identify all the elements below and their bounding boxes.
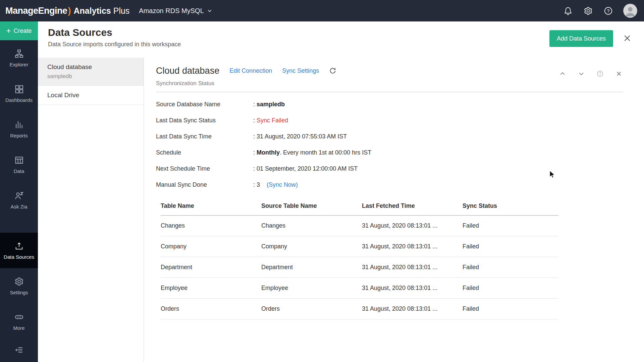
detail-panel: Cloud database Edit Connection Sync Sett… xyxy=(144,58,644,362)
detail-header: Cloud database Edit Connection Sync Sett… xyxy=(156,66,623,76)
sync-now-link[interactable]: (Sync Now) xyxy=(267,181,298,188)
sidebar-item-dashboards[interactable]: Dashboards xyxy=(0,76,38,111)
field-value-part: Monthly xyxy=(257,149,280,156)
table-cell: Department xyxy=(261,264,362,271)
gear-icon xyxy=(584,6,593,15)
table-body: ChangesChanges31 August, 2020 08:13:01 .… xyxy=(161,216,558,319)
field-value: : Sync Failed xyxy=(253,117,288,124)
table-cell: 31 August, 2020 08:13:01 ... xyxy=(362,264,463,271)
table-cell: 31 August, 2020 08:13:01 ... xyxy=(362,222,463,229)
table-cell: 31 August, 2020 08:13:01 ... xyxy=(362,243,463,250)
user-avatar[interactable] xyxy=(623,4,637,18)
table-row: OrdersOrders31 August, 2020 08:13:01 ...… xyxy=(161,299,558,319)
previous-source-button[interactable] xyxy=(558,70,567,78)
table-cell: Company xyxy=(261,243,362,250)
explorer-icon xyxy=(14,49,24,58)
logo-plus: Plus xyxy=(113,6,130,16)
chevron-up-icon xyxy=(559,70,566,77)
topbar: ManageEngine) Analytics Plus Amazon RDS … xyxy=(0,0,644,21)
table-cell: Failed xyxy=(463,264,558,271)
settings-button[interactable] xyxy=(583,6,593,16)
edit-connection-link[interactable]: Edit Connection xyxy=(229,67,272,74)
sidebar-item-settings[interactable]: Settings xyxy=(0,268,38,304)
svg-text:?: ? xyxy=(599,72,601,76)
source-item-title: Cloud database xyxy=(47,63,134,71)
table-cell: Failed xyxy=(463,285,558,292)
field-value: : 01 September, 2020 12:00:00 AM IST xyxy=(253,165,358,172)
detail-help-button[interactable]: ? xyxy=(596,70,604,78)
topbar-icons: ? xyxy=(563,0,637,21)
sidebar-item-data[interactable]: Data xyxy=(0,147,38,182)
collapse-sidebar-button[interactable] xyxy=(0,343,38,357)
page-subtitle: Data Source imports configured in this w… xyxy=(48,41,181,48)
sidebar-item-label: Reports xyxy=(10,133,28,138)
refresh-button[interactable] xyxy=(329,67,337,75)
column-header: Last Fetched Time xyxy=(362,202,463,209)
field-value-part: . Every month 1st at 00:00 hrs IST xyxy=(280,149,371,156)
source-list: Cloud database sampledb Local Drive xyxy=(38,58,144,362)
field-value: : Monthly. Every month 1st at 00:00 hrs … xyxy=(253,149,371,156)
logo-manage: Manage xyxy=(5,6,38,16)
sync-table: Table NameSource Table NameLast Fetched … xyxy=(161,202,558,319)
detail-controls: ? xyxy=(558,70,623,78)
data-sources-icon xyxy=(14,241,24,251)
data-table-icon xyxy=(14,156,24,165)
table-cell: 31 August, 2020 08:13:01 ... xyxy=(362,285,463,292)
detail-field: Last Data Sync Status: Sync Failed xyxy=(156,117,623,124)
table-cell: Changes xyxy=(161,222,261,229)
sidebar: + Create Explorer Dashboards Reports Dat… xyxy=(0,21,38,362)
section-label: Synchronization Status xyxy=(156,80,623,87)
collapse-sidebar-icon xyxy=(15,346,23,354)
logo-swoosh-icon: ) xyxy=(68,6,71,16)
avatar-icon xyxy=(623,4,637,18)
table-cell: Employee xyxy=(161,285,261,292)
sidebar-item-reports[interactable]: Reports xyxy=(0,111,38,147)
question-icon: ? xyxy=(604,6,613,15)
field-value-part: 01 September, 2020 12:00:00 AM IST xyxy=(257,165,358,172)
workspace-name: Amazon RDS MySQL xyxy=(139,7,204,15)
detail-field: Schedule: Monthly. Every month 1st at 00… xyxy=(156,149,623,156)
field-value-part: Sync Failed xyxy=(257,117,288,124)
sidebar-item-explorer[interactable]: Explorer xyxy=(0,40,38,76)
chevron-down-icon xyxy=(578,70,585,77)
create-button[interactable]: + Create xyxy=(0,21,38,40)
page-title-block: Data Sources Data Source imports configu… xyxy=(48,27,181,48)
plus-icon: + xyxy=(6,27,11,35)
close-icon xyxy=(615,70,622,77)
sidebar-item-more[interactable]: More xyxy=(0,304,38,339)
table-cell: Orders xyxy=(161,305,261,312)
table-cell: Orders xyxy=(261,305,362,312)
page-close-button[interactable] xyxy=(622,33,633,44)
field-label: Next Schedule Time xyxy=(156,165,253,172)
logo-engine: Engine xyxy=(38,6,67,16)
sidebar-item-label: Data xyxy=(14,168,24,174)
notifications-button[interactable] xyxy=(563,6,573,16)
field-label: Manual Sync Done xyxy=(156,181,253,188)
source-item-cloud-database[interactable]: Cloud database sampledb xyxy=(38,58,144,86)
table-row: DepartmentDepartment31 August, 2020 08:1… xyxy=(161,257,558,278)
logo-analytics: Analytics xyxy=(74,6,111,16)
sidebar-item-label: Ask Zia xyxy=(10,204,27,209)
field-label: Source Database Name xyxy=(156,101,253,108)
settings-gear-icon xyxy=(14,277,24,286)
table-cell: Failed xyxy=(463,243,558,250)
sidebar-item-ask-zia[interactable]: Ask Zia xyxy=(0,182,38,218)
field-value-part: sampledb xyxy=(257,101,285,108)
add-data-sources-button[interactable]: Add Data Sources xyxy=(549,30,613,47)
sidebar-item-label: Explorer xyxy=(10,62,29,67)
field-label: Last Data Sync Status xyxy=(156,117,253,124)
next-source-button[interactable] xyxy=(577,70,585,78)
table-cell: Employee xyxy=(261,285,362,292)
source-item-local-drive[interactable]: Local Drive xyxy=(38,86,144,105)
chevron-down-icon xyxy=(207,8,213,14)
detail-field: Source Database Name: sampledb xyxy=(156,101,623,108)
app-logo: ManageEngine) Analytics Plus xyxy=(5,6,129,16)
table-cell: Company xyxy=(161,243,261,250)
help-button[interactable]: ? xyxy=(603,6,613,16)
sidebar-item-data-sources[interactable]: Data Sources xyxy=(0,233,38,268)
workspace-selector[interactable]: Amazon RDS MySQL xyxy=(139,7,212,15)
detail-field: Next Schedule Time: 01 September, 2020 1… xyxy=(156,165,623,172)
field-label: Schedule xyxy=(156,149,253,156)
sync-settings-link[interactable]: Sync Settings xyxy=(282,67,319,74)
detail-close-button[interactable] xyxy=(615,70,623,78)
